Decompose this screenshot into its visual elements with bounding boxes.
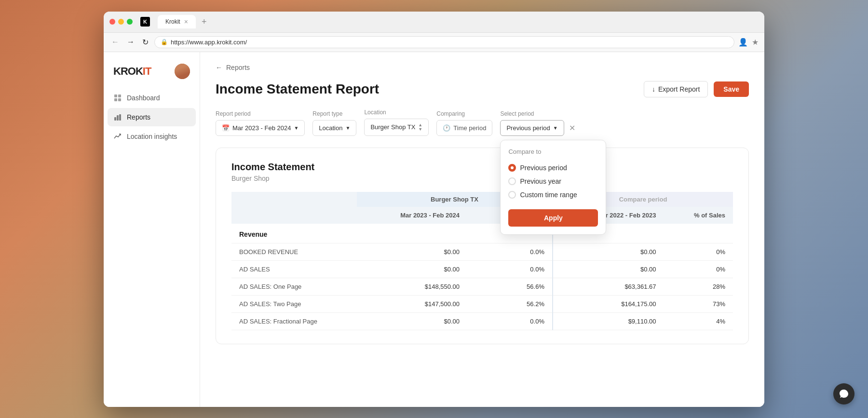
close-traffic-light[interactable] — [109, 19, 115, 25]
row-label: AD SALES: Two Page — [231, 296, 357, 313]
table-row: AD SALES: Two Page $147,500.00 56.2% $16… — [231, 296, 733, 313]
income-statement-table: Burger Shop TX Compare period Mar 2023 -… — [231, 192, 733, 331]
calendar-icon: 📅 — [222, 124, 230, 132]
row-label: AD SALES: Fractional Page — [231, 313, 357, 330]
report-card-subtitle: Burger Shop — [231, 175, 733, 182]
sidebar-navigation: Dashboard Reports — [104, 89, 200, 146]
save-button[interactable]: Save — [714, 81, 749, 97]
sidebar-logo: KROKIT — [104, 60, 200, 89]
breadcrumb: ← Reports — [216, 64, 749, 71]
row-label-header — [231, 207, 357, 224]
compare-col-group-label: Compare period — [619, 196, 667, 203]
row-compare-pct: 0% — [664, 243, 733, 261]
row-label: AD SALES — [231, 261, 357, 278]
report-type-value: Location — [319, 124, 342, 132]
row-compare-value: $164,175.00 — [553, 296, 664, 313]
app-layout: KROKIT Dashboard — [104, 52, 764, 407]
export-label: Export Report — [658, 85, 700, 93]
tab-close-icon[interactable]: × — [184, 18, 188, 26]
apply-button[interactable]: Apply — [508, 209, 598, 227]
radio-option-custom-time-range[interactable]: Custom time range — [508, 188, 598, 202]
new-tab-icon[interactable]: + — [202, 17, 207, 27]
trend-icon — [113, 132, 122, 141]
breadcrumb-reports-link[interactable]: Reports — [226, 64, 250, 71]
compare-to-dropdown: Compare to Previous period Previous year — [500, 140, 606, 235]
sidebar-item-label: Reports — [127, 113, 150, 121]
dropdown-title: Compare to — [508, 148, 598, 155]
address-bar[interactable]: 🔒 https://www.app.krokit.com/ — [154, 36, 734, 48]
compare-pct-header: % of Sales — [664, 207, 733, 224]
svg-rect-0 — [114, 94, 117, 97]
row-primary-pct: 0.0% — [467, 313, 553, 330]
clear-period-button[interactable]: ✕ — [567, 121, 577, 135]
chevron-down-icon: ▼ — [294, 125, 298, 131]
grid-icon — [113, 94, 122, 102]
select-period-filter: Select period Previous period ▼ ✕ Compar… — [500, 110, 577, 136]
table-row: BOOKED REVENUE $0.00 0.0% $0.00 0% — [231, 243, 733, 261]
browser-tab[interactable]: Krokit × — [158, 15, 196, 28]
radio-label-previous-period: Previous period — [520, 164, 567, 172]
clock-icon: 🕐 — [443, 124, 450, 132]
comparing-label: Comparing — [436, 110, 492, 117]
primary-period-header: Mar 2023 - Feb 2024 — [357, 207, 467, 224]
sidebar-item-location-insights[interactable]: Location insights — [108, 127, 196, 146]
location-value: Burger Shop TX — [370, 123, 415, 131]
comparing-filter: Comparing 🕐 Time period — [436, 110, 492, 136]
back-button[interactable]: ← — [109, 36, 121, 48]
chevron-down-icon: ▼ — [345, 125, 350, 131]
select-period-dropdown[interactable]: Previous period ▼ — [500, 120, 564, 136]
radio-option-previous-year[interactable]: Previous year — [508, 175, 598, 188]
svg-rect-4 — [114, 117, 116, 121]
row-primary-value: $147,500.00 — [357, 296, 467, 313]
sidebar: KROKIT Dashboard — [104, 52, 200, 407]
chevron-down-icon: ▼ — [553, 125, 558, 131]
browser-actions: 👤 ★ — [738, 38, 759, 47]
radio-circle-custom-time-range — [508, 191, 516, 199]
report-period-filter: Report period 📅 Mar 2023 - Feb 2024 ▼ — [216, 110, 305, 136]
user-account-icon[interactable]: 👤 — [738, 38, 748, 47]
svg-rect-1 — [118, 94, 121, 97]
page-header: Income Statement Report ↓ Export Report … — [216, 81, 749, 97]
refresh-button[interactable]: ↻ — [140, 36, 150, 49]
report-type-label: Report type — [312, 110, 356, 117]
browser-titlebar: K Krokit × + — [104, 12, 764, 33]
sidebar-item-dashboard[interactable]: Dashboard — [108, 89, 196, 107]
row-label: AD SALES: One Page — [231, 278, 357, 296]
sidebar-item-reports[interactable]: Reports — [108, 108, 196, 126]
radio-option-previous-period[interactable]: Previous period — [508, 161, 598, 175]
traffic-lights — [109, 19, 133, 25]
svg-rect-6 — [119, 114, 121, 121]
revenue-primary-value — [357, 224, 467, 243]
table-row: AD SALES: Fractional Page $0.00 0.0% $9,… — [231, 313, 733, 330]
tab-title: Krokit — [165, 18, 180, 25]
browser-toolbar: ← → ↻ 🔒 https://www.app.krokit.com/ 👤 ★ — [104, 33, 764, 52]
row-primary-value: $0.00 — [357, 313, 467, 330]
main-content: ← Reports Income Statement Report ↓ Expo… — [200, 52, 764, 407]
export-report-button[interactable]: ↓ Export Report — [644, 81, 708, 97]
radio-circle-previous-period — [508, 164, 516, 172]
comparing-value: Time period — [453, 124, 486, 132]
location-select[interactable]: Burger Shop TX ▲ ▼ — [364, 119, 429, 136]
forward-button[interactable]: → — [125, 36, 136, 48]
revenue-compare-pct — [664, 224, 733, 243]
svg-rect-3 — [118, 98, 121, 101]
row-primary-pct: 56.2% — [467, 296, 553, 313]
report-type-select[interactable]: Location ▼ — [312, 120, 356, 136]
chat-bubble-button[interactable] — [833, 383, 854, 405]
radio-label-custom-time-range: Custom time range — [520, 191, 577, 199]
row-label: BOOKED REVENUE — [231, 243, 357, 261]
page-title: Income Statement Report — [216, 81, 379, 97]
revenue-label: Revenue — [231, 224, 357, 243]
maximize-traffic-light[interactable] — [127, 19, 133, 25]
row-primary-value: $148,550.00 — [357, 278, 467, 296]
bookmark-icon[interactable]: ★ — [752, 38, 759, 47]
report-period-select[interactable]: 📅 Mar 2023 - Feb 2024 ▼ — [216, 120, 305, 136]
avatar[interactable] — [175, 64, 190, 79]
report-card-title: Income Statement — [231, 162, 733, 173]
row-compare-pct: 28% — [664, 278, 733, 296]
row-primary-value: $0.00 — [357, 243, 467, 261]
sidebar-item-label: Dashboard — [127, 94, 160, 102]
location-filter: Location Burger Shop TX ▲ ▼ — [364, 109, 429, 136]
sidebar-item-label: Location insights — [127, 133, 177, 140]
minimize-traffic-light[interactable] — [118, 19, 124, 25]
